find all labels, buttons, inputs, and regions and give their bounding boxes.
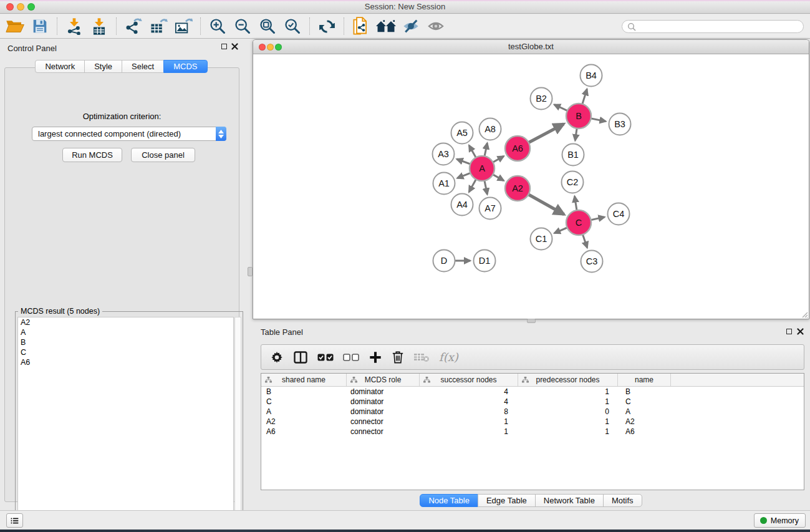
minimize-window-button[interactable] bbox=[17, 3, 24, 11]
table-settings-button[interactable] bbox=[270, 351, 284, 364]
graph-node-A7[interactable]: A7 bbox=[480, 198, 501, 220]
graph-node-B[interactable]: B bbox=[566, 104, 591, 128]
result-scrollbar[interactable] bbox=[234, 317, 241, 521]
tab-select[interactable]: Select bbox=[122, 60, 164, 73]
float-table-panel-icon[interactable] bbox=[786, 329, 792, 334]
graph-node-A3[interactable]: A3 bbox=[433, 143, 455, 165]
mcds-result-item[interactable]: A2 bbox=[18, 317, 233, 327]
close-panel-icon[interactable] bbox=[231, 43, 238, 50]
graph-node-C3[interactable]: C3 bbox=[581, 251, 603, 273]
export-network-button[interactable] bbox=[121, 16, 146, 37]
select-all-button[interactable] bbox=[317, 353, 334, 362]
network-close-button[interactable] bbox=[259, 44, 266, 51]
mcds-result-item[interactable]: C bbox=[18, 347, 233, 357]
network-window-titlebar[interactable]: testGlobe.txt bbox=[253, 40, 809, 54]
column-header-shared-name[interactable]: shared name bbox=[261, 374, 347, 386]
graph-node-C[interactable]: C bbox=[566, 210, 591, 235]
graph-node-B3[interactable]: B3 bbox=[609, 114, 631, 135]
criterion-select[interactable]: largest connected component (directed) bbox=[32, 127, 226, 141]
table-cell: C bbox=[261, 397, 347, 407]
hide-panel-button[interactable] bbox=[398, 16, 423, 37]
table-row[interactable]: Bdominator41B bbox=[261, 387, 804, 397]
network-maximize-button[interactable] bbox=[275, 44, 282, 51]
graph-node-A4[interactable]: A4 bbox=[451, 194, 473, 216]
table-row[interactable]: Cdominator41C bbox=[261, 397, 804, 407]
table-cell: B bbox=[618, 387, 671, 397]
graph-node-D1[interactable]: D1 bbox=[474, 250, 496, 272]
run-mcds-button[interactable]: Run MCDS bbox=[62, 148, 122, 162]
column-header-mcds-role[interactable]: MCDS role bbox=[347, 374, 420, 386]
column-header-predecessor-nodes[interactable]: predecessor nodes bbox=[518, 374, 618, 386]
zoom-fit-icon bbox=[259, 17, 276, 35]
svg-text:B: B bbox=[576, 111, 582, 121]
toolbar-separator bbox=[309, 17, 310, 35]
close-window-button[interactable] bbox=[6, 3, 14, 11]
delete-column-button[interactable] bbox=[392, 351, 404, 364]
maximize-window-button[interactable] bbox=[27, 3, 35, 11]
table-cell: 4 bbox=[420, 387, 518, 397]
refresh-layout-button[interactable] bbox=[314, 16, 339, 37]
resize-grip-icon[interactable] bbox=[801, 311, 808, 318]
tab-node-table[interactable]: Node Table bbox=[420, 494, 478, 507]
graph-node-B1[interactable]: B1 bbox=[562, 144, 584, 166]
svg-text:A7: A7 bbox=[485, 203, 496, 213]
toolbar-separator bbox=[200, 17, 201, 35]
column-header-successor-nodes[interactable]: successor nodes bbox=[420, 374, 518, 386]
graph-node-C1[interactable]: C1 bbox=[531, 228, 552, 250]
graph-node-B2[interactable]: B2 bbox=[531, 88, 552, 110]
zoom-in-button[interactable] bbox=[205, 16, 230, 37]
open-session-button[interactable] bbox=[2, 16, 27, 37]
mcds-result-item[interactable]: B bbox=[18, 337, 233, 347]
graph-node-A6[interactable]: A6 bbox=[505, 136, 530, 161]
deselect-all-button[interactable] bbox=[343, 353, 359, 362]
window-title: Session: New Session bbox=[0, 0, 810, 14]
table-row[interactable]: Adominator80A bbox=[261, 407, 804, 417]
export-table-button[interactable] bbox=[146, 16, 171, 37]
share-document-icon bbox=[352, 17, 370, 36]
network-minimize-button[interactable] bbox=[267, 44, 274, 51]
mcds-result-item[interactable]: A bbox=[18, 327, 233, 337]
tab-edge-table[interactable]: Edge Table bbox=[478, 494, 536, 507]
close-panel-button[interactable]: Close panel bbox=[131, 148, 195, 162]
graph-node-A1[interactable]: A1 bbox=[433, 173, 455, 195]
zoom-out-button[interactable] bbox=[230, 16, 255, 37]
table-row[interactable]: A6connector11A6 bbox=[261, 427, 804, 437]
graph-node-A8[interactable]: A8 bbox=[480, 118, 501, 140]
graph-node-B4[interactable]: B4 bbox=[581, 65, 602, 87]
table-row[interactable]: A2connector11A2 bbox=[261, 417, 804, 427]
tab-style[interactable]: Style bbox=[84, 60, 122, 73]
horizontal-scroll-thumb[interactable] bbox=[527, 319, 536, 323]
add-column-button[interactable] bbox=[369, 351, 382, 364]
splitter-handle[interactable] bbox=[248, 267, 253, 276]
show-panel-button[interactable] bbox=[423, 16, 448, 37]
memory-button[interactable]: Memory bbox=[754, 513, 806, 528]
show-columns-button[interactable] bbox=[293, 351, 308, 364]
tab-motifs[interactable]: Motifs bbox=[603, 494, 642, 507]
tab-network[interactable]: Network bbox=[35, 60, 85, 73]
zoom-fit-button[interactable] bbox=[255, 16, 280, 37]
graph-node-C4[interactable]: C4 bbox=[608, 203, 630, 225]
mcds-result-list[interactable]: A2ABCA6 bbox=[17, 317, 234, 521]
float-panel-icon[interactable] bbox=[221, 44, 227, 49]
import-table-button[interactable] bbox=[87, 16, 112, 37]
save-session-button[interactable] bbox=[27, 16, 52, 37]
zoom-selected-button[interactable] bbox=[280, 16, 305, 37]
network-canvas[interactable]: B4B2BB3A5A8A6A3B1AC2A1A2A4A7C4CC1C3DD1 bbox=[254, 55, 808, 319]
home-button[interactable] bbox=[374, 16, 398, 37]
search-input[interactable] bbox=[622, 20, 804, 33]
mcds-result-item[interactable]: A6 bbox=[18, 357, 233, 367]
task-history-button[interactable] bbox=[6, 513, 23, 528]
table-cell: C bbox=[618, 397, 671, 407]
column-header-name[interactable]: name bbox=[618, 374, 671, 386]
graph-node-A5[interactable]: A5 bbox=[451, 122, 473, 144]
tab-mcds[interactable]: MCDS bbox=[163, 60, 207, 73]
share-document-button[interactable] bbox=[349, 16, 374, 37]
graph-node-D[interactable]: D bbox=[433, 250, 455, 272]
graph-node-A2[interactable]: A2 bbox=[505, 176, 530, 201]
close-table-panel-icon[interactable] bbox=[797, 328, 804, 335]
graph-node-C2[interactable]: C2 bbox=[562, 172, 584, 193]
import-network-button[interactable] bbox=[62, 16, 87, 37]
export-image-button[interactable] bbox=[171, 16, 196, 37]
tab-network-table[interactable]: Network Table bbox=[535, 494, 604, 507]
graph-node-A[interactable]: A bbox=[470, 156, 494, 181]
